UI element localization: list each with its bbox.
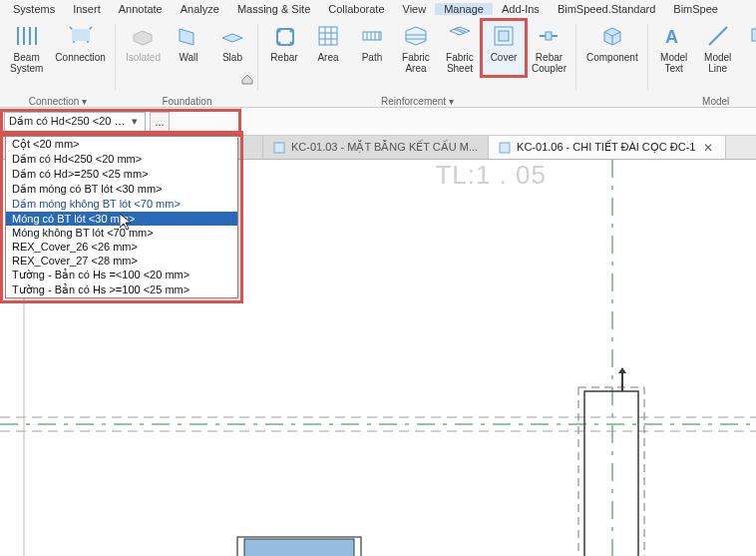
wall-icon xyxy=(175,22,202,50)
component-button[interactable]: Component xyxy=(580,20,644,65)
isolated-label: Isolated xyxy=(126,52,161,63)
rebar-button[interactable]: Rebar xyxy=(262,20,306,76)
area-button[interactable]: Area xyxy=(306,20,350,76)
dropdown-item[interactable]: REX_Cover_27 <28 mm> xyxy=(6,254,237,268)
home-tab[interactable] xyxy=(241,136,263,159)
sheet-icon xyxy=(499,142,511,154)
type-selector-bar: Dầm có Hd<250 <20 mm ▾ ... xyxy=(0,108,756,136)
svg-rect-25 xyxy=(499,31,509,41)
path-icon xyxy=(358,22,386,50)
model-line-button[interactable]: Model Line xyxy=(696,20,740,76)
svg-point-9 xyxy=(289,42,292,45)
model-text-button[interactable]: A Model Text xyxy=(652,20,696,76)
ribbon-group-foundation: Isolated Wall Slab Foundation xyxy=(116,18,258,108)
fabric-sheet-button[interactable]: Fabric Sheet xyxy=(438,20,482,76)
menu-analyze[interactable]: Analyze xyxy=(172,3,228,15)
cover-type-dropdown-list[interactable]: Cột <20 mm> Dầm có Hd<250 <20 mm> Dầm có… xyxy=(5,136,238,298)
panel-connection[interactable]: Connection ▾ xyxy=(0,96,116,107)
menu-massing[interactable]: Massing & Site xyxy=(228,3,319,15)
dropdown-item[interactable]: Móng không BT lót <70 mm> xyxy=(6,226,237,240)
dropdown-item-label: Móng có BT lót <30 mm> xyxy=(12,213,135,225)
rebar-coupler-button[interactable]: Rebar Coupler xyxy=(526,20,572,76)
menu-systems[interactable]: Systems xyxy=(4,3,64,15)
tab-kc0106-label: KC-01.06 - CHI TIẾT ĐÀI CỌC ĐC-1 xyxy=(517,141,695,154)
svg-point-6 xyxy=(277,30,280,33)
svg-text:A: A xyxy=(665,27,678,47)
dropdown-item[interactable]: Dầm có Hd>=250 <25 mm> xyxy=(6,167,237,182)
panel-reinforcement[interactable]: Reinforcement ▾ xyxy=(258,96,576,107)
dropdown-item-hovered[interactable]: Móng có BT lót <30 mm> xyxy=(6,212,237,226)
fabric-area-icon xyxy=(402,22,430,50)
tab-kc0103-label: KC-01.03 - MẶT BẰNG KẾT CẤU M... xyxy=(291,141,478,154)
svg-rect-44 xyxy=(244,539,354,556)
menu-insert[interactable]: Insert xyxy=(64,3,110,15)
tab-kc0103[interactable]: KC-01.03 - MẶT BẰNG KẾT CẤU M... xyxy=(263,136,489,159)
path-button[interactable]: Path xyxy=(350,20,394,76)
svg-rect-35 xyxy=(500,143,510,153)
dropdown-item[interactable]: Tường - Bản có Hs >=100 <25 mm> xyxy=(6,282,237,297)
rebar-icon xyxy=(270,22,298,50)
component-label: Component xyxy=(586,52,638,63)
beam-system-button[interactable]: Beam System xyxy=(4,20,49,76)
svg-point-7 xyxy=(289,30,292,33)
ribbon-group-reinforcement: Rebar Area Path Fabric Area xyxy=(258,18,576,108)
fabric-area-button[interactable]: Fabric Area xyxy=(394,20,438,76)
svg-rect-27 xyxy=(546,32,552,40)
coupler-icon xyxy=(535,22,563,50)
fabric-sheet-icon xyxy=(446,22,474,50)
dropdown-item[interactable]: Cột <20 mm> xyxy=(6,137,237,152)
cover-type-dropdown[interactable]: Dầm có Hd<250 <20 mm ▾ xyxy=(4,112,146,132)
fabric-area-label: Fabric Area xyxy=(402,52,430,74)
path-label: Path xyxy=(362,52,383,63)
tab-close-button[interactable]: ✕ xyxy=(701,141,715,155)
menu-annotate[interactable]: Annotate xyxy=(110,3,172,15)
fabric-sheet-label: Fabric Sheet xyxy=(446,52,474,74)
more-label: ... xyxy=(155,116,164,128)
isolated-icon xyxy=(129,22,157,50)
menu-bimspeed[interactable]: BimSpee xyxy=(664,3,727,15)
dropdown-item[interactable]: Dầm móng không BT lót <70 mm> xyxy=(6,197,237,212)
rebar-label: Rebar xyxy=(270,52,297,63)
menu-bimspeed-std[interactable]: BimSpeed.Standard xyxy=(549,3,664,15)
area-icon xyxy=(314,22,342,50)
wall-button[interactable]: Wall xyxy=(167,20,210,65)
tab-kc0106[interactable]: KC-01.06 - CHI TIẾT ĐÀI CỌC ĐC-1 ✕ xyxy=(489,136,726,159)
menu-manage[interactable]: Manage xyxy=(435,3,493,15)
svg-rect-40 xyxy=(578,387,644,556)
menu-view[interactable]: View xyxy=(394,3,436,15)
connection-label: Connection xyxy=(55,52,106,63)
cover-type-more-button[interactable]: ... xyxy=(150,112,170,132)
slab-button[interactable]: Slab xyxy=(210,20,254,65)
area-label: Area xyxy=(317,52,338,63)
cover-button[interactable]: Cover xyxy=(482,20,526,76)
ribbon-group-connection: Beam System Connection Connection ▾ xyxy=(0,18,116,108)
ribbon-group-model: A Model Text Model Line M Model xyxy=(648,18,756,108)
wall-label: Wall xyxy=(179,52,197,63)
svg-rect-33 xyxy=(752,29,756,41)
model-text-icon: A xyxy=(660,22,688,50)
isolated-button: Isolated xyxy=(120,20,167,65)
sheet-icon xyxy=(273,142,285,154)
svg-line-32 xyxy=(709,27,727,45)
dropdown-item[interactable]: Dầm có Hd<250 <20 mm> xyxy=(6,152,237,167)
svg-point-8 xyxy=(277,42,280,45)
cover-icon xyxy=(490,22,518,50)
connection-button[interactable]: Connection xyxy=(49,20,112,76)
model-line-label: Model Line xyxy=(704,52,731,74)
coupler-label: Rebar Coupler xyxy=(532,52,567,74)
dropdown-item[interactable]: Dầm móng có BT lót <30 mm> xyxy=(6,182,237,197)
svg-rect-41 xyxy=(584,391,638,556)
svg-rect-34 xyxy=(274,143,284,153)
menu-addins[interactable]: Add-Ins xyxy=(493,3,549,15)
dropdown-item[interactable]: Tường - Bản có Hs =<100 <20 mm> xyxy=(6,268,237,282)
svg-rect-4 xyxy=(72,29,90,41)
cover-label: Cover xyxy=(491,52,518,63)
dropdown-item[interactable]: REX_Cover_26 <26 mm> xyxy=(6,240,237,254)
model-line-icon xyxy=(704,22,732,50)
model-group-icon xyxy=(746,22,756,50)
menu-collaborate[interactable]: Collaborate xyxy=(319,3,393,15)
model-group-button[interactable]: M xyxy=(740,20,756,76)
cover-type-value: Dầm có Hd<250 <20 mm xyxy=(9,115,128,128)
slab-icon xyxy=(218,22,246,50)
chevron-down-icon: ▾ xyxy=(128,114,143,130)
